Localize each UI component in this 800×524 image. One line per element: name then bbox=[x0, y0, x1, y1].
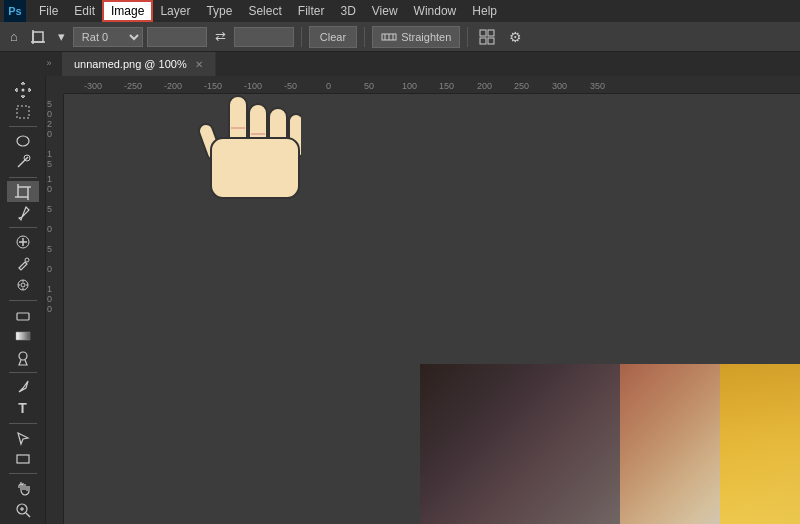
straighten-label: Straighten bbox=[401, 31, 451, 43]
menu-layer[interactable]: Layer bbox=[153, 2, 197, 20]
toolbar: T bbox=[0, 76, 46, 524]
canvas-inner[interactable] bbox=[64, 94, 800, 524]
ruler-top: -300 -250 -200 -150 -100 -50 0 50 100 15… bbox=[64, 76, 800, 94]
collapse-arrow[interactable]: » bbox=[46, 52, 52, 76]
tool-separator-2 bbox=[9, 177, 37, 178]
divider3 bbox=[467, 27, 468, 47]
tool-separator-5 bbox=[9, 372, 37, 373]
clear-button[interactable]: Clear bbox=[309, 26, 357, 48]
path-select-tool[interactable] bbox=[7, 427, 39, 448]
tool-separator-6 bbox=[9, 423, 37, 424]
tool-separator-4 bbox=[9, 300, 37, 301]
menu-type[interactable]: Type bbox=[199, 2, 239, 20]
eyedropper-tool[interactable] bbox=[7, 203, 39, 224]
grid-icon bbox=[479, 29, 495, 45]
straighten-icon bbox=[381, 30, 397, 44]
width-input[interactable] bbox=[147, 27, 207, 47]
magic-wand-tool[interactable] bbox=[7, 152, 39, 173]
svg-rect-8 bbox=[488, 30, 494, 36]
tool-separator-1 bbox=[9, 126, 37, 127]
home-button[interactable]: ⌂ bbox=[6, 27, 22, 46]
svg-point-11 bbox=[21, 89, 24, 92]
svg-rect-7 bbox=[480, 30, 486, 36]
gradient-tool[interactable] bbox=[7, 326, 39, 347]
svg-point-23 bbox=[25, 258, 29, 262]
zoom-tool[interactable] bbox=[7, 500, 39, 521]
svg-point-32 bbox=[19, 352, 27, 360]
lasso-tool[interactable] bbox=[7, 131, 39, 152]
menu-bar: Ps File Edit Image Layer Type Select Fil… bbox=[0, 0, 800, 22]
clone-tool[interactable] bbox=[7, 275, 39, 296]
tab-label: unnamed.png @ 100% bbox=[74, 58, 187, 70]
menu-help[interactable]: Help bbox=[465, 2, 504, 20]
pen-tool[interactable] bbox=[7, 377, 39, 398]
height-input[interactable] bbox=[234, 27, 294, 47]
shape-tool[interactable] bbox=[7, 449, 39, 470]
text-tool[interactable]: T bbox=[7, 398, 39, 419]
menu-edit[interactable]: Edit bbox=[67, 2, 102, 20]
grid-overlay-button[interactable] bbox=[475, 25, 499, 49]
svg-point-25 bbox=[21, 283, 25, 287]
tool-separator-7 bbox=[9, 473, 37, 474]
brush-tool[interactable] bbox=[7, 254, 39, 275]
tool-separator-3 bbox=[9, 227, 37, 228]
svg-rect-0 bbox=[33, 32, 43, 42]
straighten-button[interactable]: Straighten bbox=[372, 26, 460, 48]
svg-rect-10 bbox=[488, 38, 494, 44]
swap-button[interactable]: ⇄ bbox=[211, 27, 230, 46]
dodge-tool[interactable] bbox=[7, 347, 39, 368]
tab-close[interactable]: ✕ bbox=[195, 59, 203, 70]
crop-tool-button[interactable] bbox=[26, 27, 50, 47]
move-tool[interactable] bbox=[7, 80, 39, 101]
crop-tool[interactable] bbox=[7, 181, 39, 202]
ruler-corner bbox=[46, 76, 64, 94]
ruler-top-ticks bbox=[64, 76, 800, 93]
svg-rect-9 bbox=[480, 38, 486, 44]
menu-image[interactable]: Image bbox=[104, 2, 151, 20]
menu-view[interactable]: View bbox=[365, 2, 405, 20]
main-area: T -300 -250 -200 -150 -100 -50 bbox=[0, 76, 800, 524]
menu-filter[interactable]: Filter bbox=[291, 2, 332, 20]
svg-line-35 bbox=[26, 513, 30, 517]
ps-logo: Ps bbox=[4, 0, 26, 22]
menu-file[interactable]: File bbox=[32, 2, 65, 20]
svg-rect-33 bbox=[17, 455, 29, 463]
svg-line-14 bbox=[18, 157, 28, 167]
crop-icon bbox=[30, 29, 46, 45]
settings-button[interactable]: ⚙ bbox=[503, 25, 527, 49]
hand-tool[interactable] bbox=[7, 478, 39, 499]
menu-3d[interactable]: 3D bbox=[333, 2, 362, 20]
marquee-tool[interactable] bbox=[7, 102, 39, 123]
menu-window[interactable]: Window bbox=[407, 2, 464, 20]
divider1 bbox=[301, 27, 302, 47]
svg-point-13 bbox=[17, 136, 29, 146]
document-tab[interactable]: unnamed.png @ 100% ✕ bbox=[62, 52, 216, 76]
ratio-select[interactable]: Rat 0 bbox=[73, 27, 143, 47]
crop-dropdown-button[interactable]: ▾ bbox=[54, 27, 69, 46]
svg-rect-31 bbox=[16, 332, 30, 340]
svg-rect-12 bbox=[17, 106, 29, 118]
menu-select[interactable]: Select bbox=[241, 2, 288, 20]
healing-tool[interactable] bbox=[7, 232, 39, 253]
canvas-area[interactable]: -300 -250 -200 -150 -100 -50 0 50 100 15… bbox=[46, 76, 800, 524]
canvas-wrapper: -300 -250 -200 -150 -100 -50 0 50 100 15… bbox=[46, 76, 800, 524]
tab-bar: » unnamed.png @ 100% ✕ bbox=[0, 52, 800, 76]
divider2 bbox=[364, 27, 365, 47]
image-preview bbox=[420, 364, 800, 524]
eraser-tool[interactable] bbox=[7, 304, 39, 325]
svg-rect-30 bbox=[17, 313, 29, 320]
ruler-left: 5 0 2 0 1 5 1 0 5 0 5 0 1 0 0 bbox=[46, 94, 64, 524]
options-bar: ⌂ ▾ Rat 0 ⇄ Clear Straighten ⚙ bbox=[0, 22, 800, 52]
